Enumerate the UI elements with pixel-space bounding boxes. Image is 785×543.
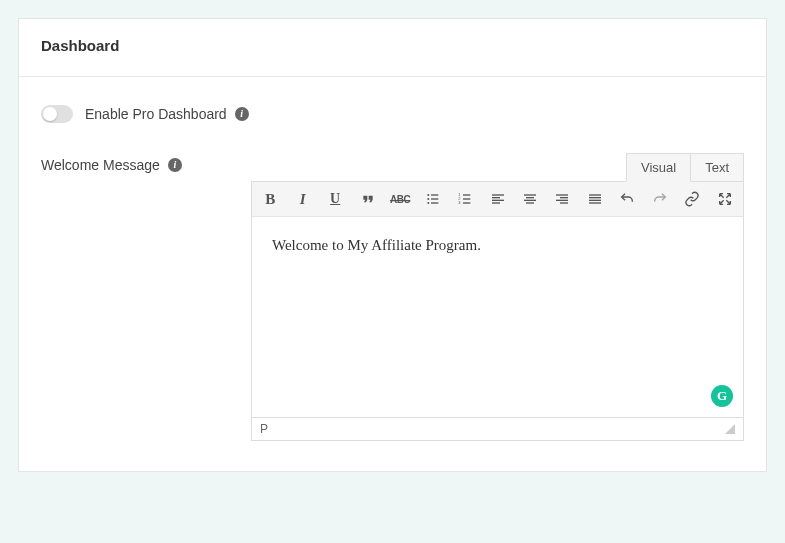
editor-element-path: P: [260, 422, 268, 436]
link-button[interactable]: [682, 188, 702, 210]
svg-rect-22: [556, 200, 568, 201]
svg-rect-3: [431, 198, 438, 199]
svg-rect-23: [560, 202, 568, 203]
undo-icon: [619, 191, 635, 207]
svg-rect-26: [589, 200, 601, 201]
enable-pro-row: Enable Pro Dashboard i: [41, 105, 744, 123]
panel-body: Enable Pro Dashboard i Welcome Message i…: [19, 77, 766, 441]
strikethrough-button[interactable]: ABC: [390, 188, 410, 210]
bullet-list-button[interactable]: [422, 188, 442, 210]
align-right-button[interactable]: [552, 188, 572, 210]
blockquote-button[interactable]: [357, 188, 377, 210]
svg-rect-16: [524, 194, 536, 195]
svg-rect-7: [463, 194, 470, 195]
undo-button[interactable]: [617, 188, 637, 210]
svg-rect-5: [431, 202, 438, 203]
quote-icon: [360, 191, 376, 207]
fullscreen-icon: [717, 191, 733, 207]
align-center-button[interactable]: [520, 188, 540, 210]
bullet-list-icon: [425, 191, 441, 207]
welcome-message-row: Welcome Message i Visual Text B I U: [41, 153, 744, 441]
svg-point-4: [427, 202, 429, 204]
numbered-list-button[interactable]: 123: [455, 188, 475, 210]
svg-rect-15: [492, 202, 500, 203]
underline-button[interactable]: U: [325, 188, 345, 210]
svg-rect-17: [526, 197, 534, 198]
grammarly-badge[interactable]: G: [711, 385, 733, 407]
welcome-message-label: Welcome Message: [41, 157, 160, 173]
svg-rect-20: [556, 194, 568, 195]
tab-visual[interactable]: Visual: [626, 153, 691, 182]
editor-statusbar: P: [251, 418, 744, 441]
bold-button[interactable]: B: [260, 188, 280, 210]
svg-rect-13: [492, 197, 500, 198]
enable-pro-label: Enable Pro Dashboard: [85, 106, 227, 122]
fullscreen-button[interactable]: [715, 188, 735, 210]
align-center-icon: [522, 191, 538, 207]
redo-button[interactable]: [650, 188, 670, 210]
svg-rect-19: [526, 202, 534, 203]
svg-rect-25: [589, 197, 601, 198]
svg-rect-14: [492, 200, 504, 201]
editor-wrap: Visual Text B I U ABC: [251, 153, 744, 441]
italic-button[interactable]: I: [292, 188, 312, 210]
svg-point-0: [427, 194, 429, 196]
align-justify-button[interactable]: [585, 188, 605, 210]
wysiwyg-editor: B I U ABC 123: [251, 181, 744, 418]
svg-rect-18: [524, 200, 536, 201]
panel-header: Dashboard: [19, 19, 766, 77]
editor-tabs: Visual Text: [251, 153, 744, 181]
tab-text[interactable]: Text: [691, 153, 744, 182]
align-left-icon: [490, 191, 506, 207]
svg-rect-11: [463, 202, 470, 203]
redo-icon: [652, 191, 668, 207]
svg-rect-9: [463, 198, 470, 199]
svg-rect-27: [589, 202, 601, 203]
align-right-icon: [554, 191, 570, 207]
align-justify-icon: [587, 191, 603, 207]
resize-handle[interactable]: [725, 424, 735, 434]
numbered-list-icon: 123: [457, 191, 473, 207]
svg-rect-12: [492, 194, 504, 195]
info-icon[interactable]: i: [168, 158, 182, 172]
svg-rect-21: [560, 197, 568, 198]
svg-rect-24: [589, 194, 601, 195]
svg-text:3: 3: [458, 200, 461, 205]
svg-rect-1: [431, 194, 438, 195]
grammarly-icon: G: [717, 388, 727, 404]
info-icon[interactable]: i: [235, 107, 249, 121]
editor-content-text: Welcome to My Affiliate Program.: [272, 237, 481, 253]
page-title: Dashboard: [41, 37, 744, 54]
dashboard-settings-panel: Dashboard Enable Pro Dashboard i Welcome…: [18, 18, 767, 472]
editor-content[interactable]: Welcome to My Affiliate Program. G: [252, 217, 743, 417]
svg-point-2: [427, 198, 429, 200]
link-icon: [684, 191, 700, 207]
enable-pro-toggle[interactable]: [41, 105, 73, 123]
align-left-button[interactable]: [487, 188, 507, 210]
welcome-message-label-wrap: Welcome Message i: [41, 153, 251, 173]
editor-toolbar: B I U ABC 123: [252, 182, 743, 217]
